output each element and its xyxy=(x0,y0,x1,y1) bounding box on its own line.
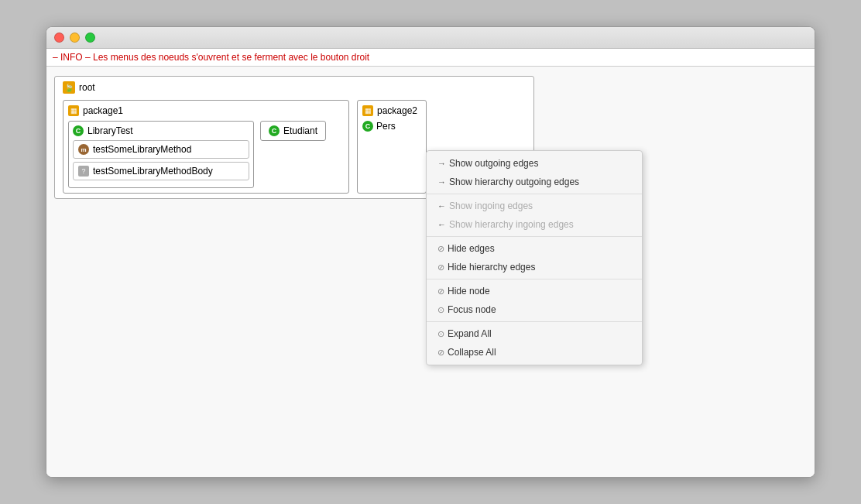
package1-icon: ▦ xyxy=(68,105,79,116)
method-label-2: testSomeLibraryMethodBody xyxy=(93,166,213,177)
hide-node-icon: ⊘ xyxy=(437,286,444,297)
hide-edges-icon: ⊘ xyxy=(437,244,444,254)
focus-node-label: Focus node xyxy=(448,304,496,315)
show-outgoing-arrow: → xyxy=(437,159,446,168)
package2-label: package2 xyxy=(377,105,417,116)
root-header: 🍃 root xyxy=(63,81,526,94)
menu-show-hierarchy-outgoing[interactable]: → Show hierarchy outgoing edges xyxy=(427,173,642,191)
hide-hierarchy-edges-label: Hide hierarchy edges xyxy=(448,262,535,273)
collapse-all-label: Collapse All xyxy=(448,347,496,358)
show-hierarchy-ingoing-arrow: ← xyxy=(437,220,446,229)
main-window: – INFO – Les menus des noeuds s'ouvrent … xyxy=(46,26,815,478)
etudiant-icon: C xyxy=(269,125,280,136)
menu-collapse-all[interactable]: ⊘ Collapse All xyxy=(427,343,642,362)
library-test-icon: C xyxy=(73,125,84,136)
expand-all-label: Expand All xyxy=(448,328,492,339)
menu-hide-hierarchy-edges[interactable]: ⊘ Hide hierarchy edges xyxy=(427,258,642,276)
package1-classes: C LibraryTest m testSomeLibraryMethod ? … xyxy=(68,121,344,188)
package2-icon: ▦ xyxy=(362,105,373,116)
menu-hide-node[interactable]: ⊘ Hide node xyxy=(427,282,642,300)
minimize-button[interactable] xyxy=(70,33,80,43)
show-hierarchy-ingoing-label: Show hierarchy ingoing edges xyxy=(449,219,574,230)
show-outgoing-label: Show outgoing edges xyxy=(449,158,538,169)
pers-icon: C xyxy=(362,121,373,132)
package1-header: ▦ package1 xyxy=(68,105,344,116)
separator-3 xyxy=(427,279,642,279)
hide-hierarchy-edges-icon: ⊘ xyxy=(437,262,444,273)
hide-edges-label: Hide edges xyxy=(448,243,495,254)
show-hierarchy-outgoing-label: Show hierarchy outgoing edges xyxy=(449,177,579,187)
package1-label: package1 xyxy=(83,105,123,116)
hide-node-label: Hide node xyxy=(448,286,490,297)
separator-2 xyxy=(427,236,642,237)
etudiant-label: Etudiant xyxy=(283,125,317,136)
library-test-node[interactable]: C LibraryTest m testSomeLibraryMethod ? … xyxy=(68,121,254,188)
menu-show-outgoing[interactable]: → Show outgoing edges xyxy=(427,154,642,173)
package1-node[interactable]: ▦ package1 C LibraryTest m xyxy=(63,100,349,194)
package2-header: ▦ package2 xyxy=(362,105,421,116)
titlebar xyxy=(46,27,815,49)
context-menu: → Show outgoing edges → Show hierarchy o… xyxy=(426,150,643,365)
expand-all-icon: ⊙ xyxy=(437,329,444,339)
separator-4 xyxy=(427,321,642,322)
package2-node[interactable]: ▦ package2 C Pers xyxy=(357,100,427,194)
info-bar: – INFO – Les menus des noeuds s'ouvrent … xyxy=(46,49,815,67)
maximize-button[interactable] xyxy=(85,33,95,43)
collapse-all-icon: ⊘ xyxy=(437,348,444,358)
show-ingoing-arrow: ← xyxy=(437,201,446,211)
info-text: – INFO – Les menus des noeuds s'ouvrent … xyxy=(53,52,369,63)
root-label: root xyxy=(79,82,95,93)
show-ingoing-label: Show ingoing edges xyxy=(449,201,533,211)
method-node-1[interactable]: m testSomeLibraryMethod xyxy=(73,140,249,159)
menu-focus-node[interactable]: ⊙ Focus node xyxy=(427,300,642,319)
close-button[interactable] xyxy=(54,33,64,43)
method-node-2[interactable]: ? testSomeLibraryMethodBody xyxy=(73,162,249,180)
pers-label: Pers xyxy=(376,121,396,132)
canvas-area[interactable]: 🍃 root ▦ package1 C Librar xyxy=(46,67,815,477)
library-test-label: LibraryTest xyxy=(87,125,133,136)
menu-expand-all[interactable]: ⊙ Expand All xyxy=(427,324,642,343)
menu-show-hierarchy-ingoing[interactable]: ← Show hierarchy ingoing edges xyxy=(427,215,642,234)
method-icon-2: ? xyxy=(78,166,89,177)
library-test-header: C LibraryTest xyxy=(73,125,249,136)
focus-node-icon: ⊙ xyxy=(437,305,444,315)
package2-class-row: C Pers xyxy=(362,121,421,132)
etudiant-node[interactable]: C Etudiant xyxy=(260,121,326,141)
menu-show-ingoing[interactable]: ← Show ingoing edges xyxy=(427,197,642,215)
show-hierarchy-outgoing-arrow: → xyxy=(437,177,446,187)
menu-hide-edges[interactable]: ⊘ Hide edges xyxy=(427,239,642,258)
method-label-1: testSomeLibraryMethod xyxy=(93,144,191,155)
separator-1 xyxy=(427,194,642,194)
method-icon-1: m xyxy=(78,144,89,155)
root-icon: 🍃 xyxy=(63,81,75,94)
